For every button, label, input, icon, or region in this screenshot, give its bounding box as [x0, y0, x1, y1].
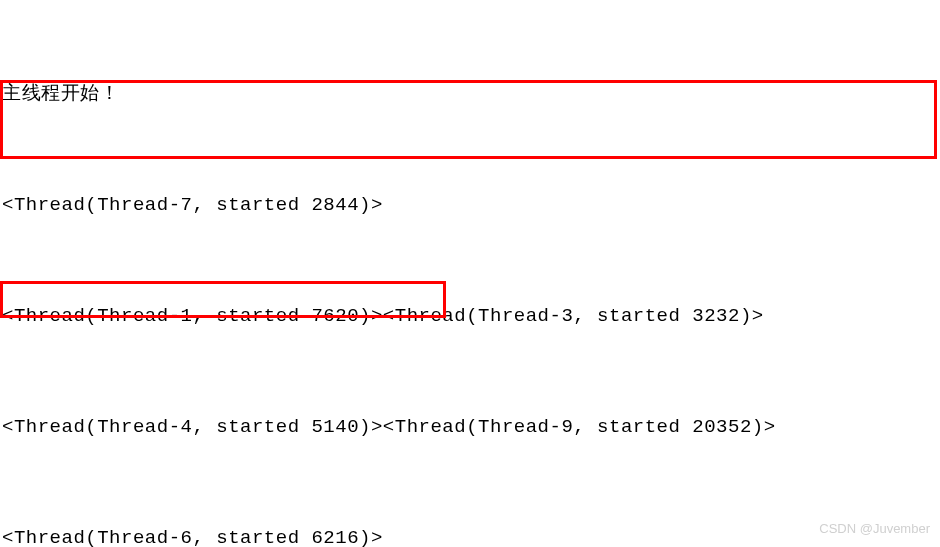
console-line: <Thread(Thread-1, started 7620)><Thread(…: [2, 298, 938, 335]
console-line: <Thread(Thread-7, started 2844)>: [2, 187, 938, 224]
console-line: <Thread(Thread-4, started 5140)><Thread(…: [2, 409, 938, 446]
console-line: 主线程开始！: [2, 76, 938, 113]
console-output: 主线程开始！ <Thread(Thread-7, started 2844)> …: [2, 2, 938, 547]
watermark-text: CSDN @Juvember: [819, 516, 930, 541]
console-line: <Thread(Thread-6, started 6216)>: [2, 520, 938, 547]
